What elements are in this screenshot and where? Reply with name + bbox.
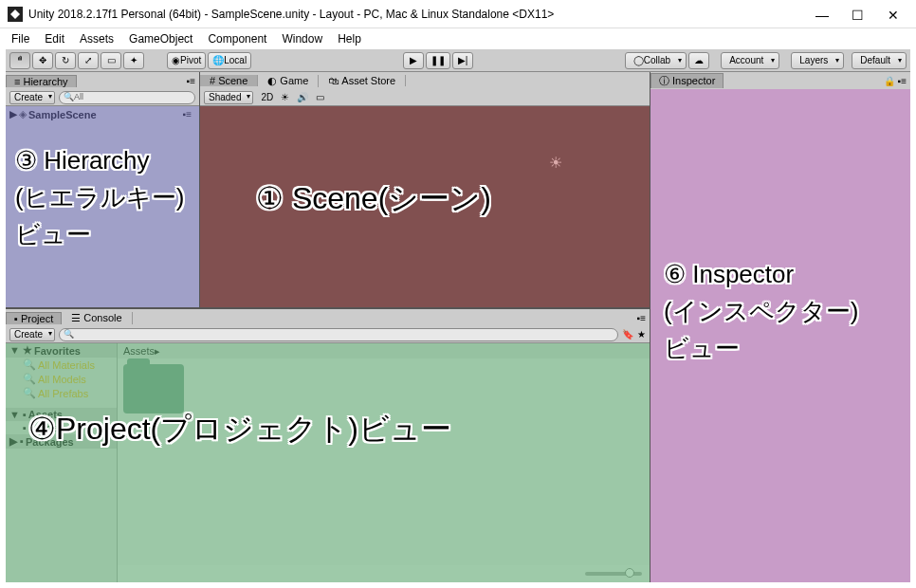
search-star-icon[interactable]: ★ xyxy=(637,329,646,340)
menu-bar: File Edit Assets GameObject Component Wi… xyxy=(0,28,916,49)
rect-tool-button[interactable]: ▭ xyxy=(101,52,121,69)
packages-row[interactable]: ▶ ▪ Packages xyxy=(6,434,117,449)
favorites-header[interactable]: ▼ ★ Favorites xyxy=(6,343,117,358)
pivot-button[interactable]: ◉ Pivot xyxy=(167,52,206,69)
hand-tool-button[interactable] xyxy=(9,52,30,69)
scenes-row[interactable]: ▪ Scenes xyxy=(6,421,117,434)
account-dropdown[interactable]: Account xyxy=(721,52,779,69)
project-tab[interactable]: ▪ Project xyxy=(6,312,62,324)
menu-gameobject[interactable]: GameObject xyxy=(129,32,192,46)
app-body: ✥ ↻ ⤢ ▭ ✦ ◉ Pivot 🌐 Local ▶ ❚❚ ▶| ◯ Coll… xyxy=(6,49,910,582)
close-button[interactable]: ✕ xyxy=(888,8,901,21)
step-button[interactable]: ▶| xyxy=(452,52,473,69)
unity-logo-icon xyxy=(8,7,23,22)
scene-tab[interactable]: # Scene xyxy=(200,75,258,86)
fav-all-models[interactable]: 🔍 All Models xyxy=(6,372,117,386)
assets-row[interactable]: ▼ ▪ Assets xyxy=(6,408,117,421)
fav-all-materials[interactable]: 🔍 All Materials xyxy=(6,358,117,372)
inspector-tab[interactable]: ⓘ Inspector xyxy=(650,73,724,88)
project-breadcrumb[interactable]: Assets ▸ xyxy=(118,343,650,358)
menu-window[interactable]: Window xyxy=(282,32,322,46)
search-filter-icon[interactable]: 🔖 xyxy=(622,329,633,340)
project-files-area[interactable] xyxy=(118,358,650,565)
menu-help[interactable]: Help xyxy=(338,32,361,46)
expand-icon: ▶ xyxy=(9,108,17,120)
minimize-button[interactable]: — xyxy=(815,8,829,21)
menu-component[interactable]: Component xyxy=(208,32,266,46)
hierarchy-create-dropdown[interactable]: Create xyxy=(9,91,55,104)
project-sidebar: ▼ ★ Favorites 🔍 All Materials 🔍 All Mode… xyxy=(6,343,118,582)
main-toolbar: ✥ ↻ ⤢ ▭ ✦ ◉ Pivot 🌐 Local ▶ ❚❚ ▶| ◯ Coll… xyxy=(6,49,910,72)
menu-file[interactable]: File xyxy=(11,32,29,46)
scene-row[interactable]: ▶ ◈ SampleScene ▪≡ xyxy=(6,106,199,122)
collab-dropdown[interactable]: ◯ Collab xyxy=(625,52,687,69)
hierarchy-search-input[interactable]: 🔍All xyxy=(59,91,195,104)
lighting-icon[interactable]: ☀ xyxy=(281,92,289,102)
move-tool-button[interactable]: ✥ xyxy=(32,52,53,69)
fx-icon[interactable]: ▭ xyxy=(316,92,324,102)
cloud-button[interactable]: ☁ xyxy=(688,52,709,69)
rotate-tool-button[interactable]: ↻ xyxy=(55,52,76,69)
audio-icon[interactable]: 🔊 xyxy=(297,92,308,102)
asset-store-tab[interactable]: 🛍 Asset Store xyxy=(319,75,406,86)
console-tab[interactable]: ☰ Console xyxy=(62,312,132,324)
shaded-dropdown[interactable]: Shaded xyxy=(204,91,253,104)
hierarchy-panel: ≡ Hierarchy ▪≡ Create 🔍All ▶ ◈ SampleSce… xyxy=(6,72,200,307)
hierarchy-tab[interactable]: ≡ Hierarchy xyxy=(6,75,77,87)
play-button[interactable]: ▶ xyxy=(403,52,424,69)
inspector-lock-icon[interactable]: 🔒 ▪≡ xyxy=(884,76,910,86)
unity-scene-icon: ◈ xyxy=(19,108,27,120)
project-panel: ▪ Project ☰ Console ▪≡ Create 🔍 🔖 ★ ▼ ★ … xyxy=(6,307,650,582)
layout-dropdown[interactable]: Default xyxy=(852,52,907,69)
local-button[interactable]: 🌐 Local xyxy=(208,52,251,69)
window-titlebar: Unity 2018.2.17f1 Personal (64bit) - Sam… xyxy=(0,0,916,28)
pause-button[interactable]: ❚❚ xyxy=(426,52,450,69)
svg-marker-0 xyxy=(10,9,20,19)
2d-toggle[interactable]: 2D xyxy=(261,92,273,102)
maximize-button[interactable]: ☐ xyxy=(852,8,865,21)
inspector-panel: ⓘ Inspector 🔒 ▪≡ xyxy=(650,72,910,582)
hierarchy-menu-icon[interactable]: ▪≡ xyxy=(187,76,199,86)
project-create-dropdown[interactable]: Create xyxy=(9,328,55,341)
thumbnail-size-slider[interactable] xyxy=(585,572,642,576)
transform-tool-button[interactable]: ✦ xyxy=(123,52,144,69)
scale-tool-button[interactable]: ⤢ xyxy=(78,52,99,69)
folder-icon[interactable] xyxy=(123,364,184,413)
project-tab-menu-icon[interactable]: ▪≡ xyxy=(637,313,650,323)
layers-dropdown[interactable]: Layers xyxy=(791,52,844,69)
menu-edit[interactable]: Edit xyxy=(45,32,64,46)
fav-all-prefabs[interactable]: 🔍 All Prefabs xyxy=(6,386,117,400)
game-tab[interactable]: ◐ Game xyxy=(258,75,319,87)
menu-assets[interactable]: Assets xyxy=(80,32,114,46)
window-title: Unity 2018.2.17f1 Personal (64bit) - Sam… xyxy=(28,8,815,21)
project-search-input[interactable]: 🔍 xyxy=(59,328,618,341)
